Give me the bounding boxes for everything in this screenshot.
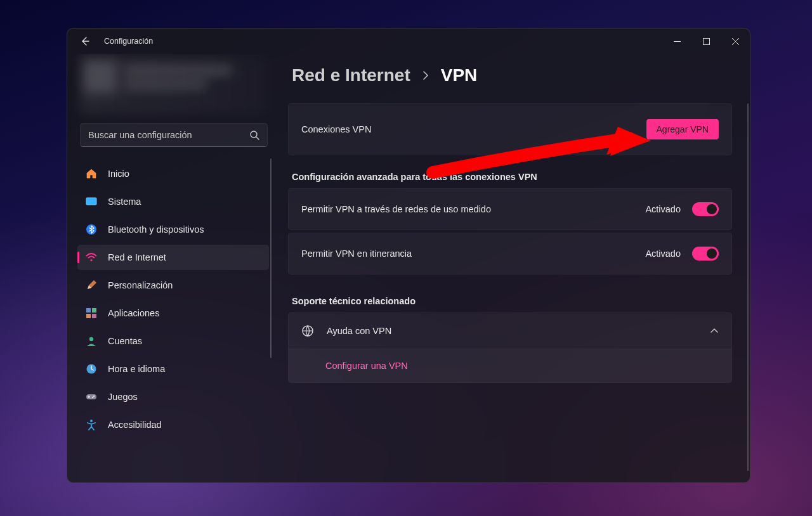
sidebar-item-label: Hora e idioma — [108, 364, 165, 374]
minimize-button[interactable] — [662, 29, 691, 54]
window-title: Configuración — [104, 37, 153, 46]
back-button[interactable] — [77, 34, 93, 49]
advanced-heading: Configuración avanzada para todas las co… — [292, 172, 732, 182]
vpn-metered-state: Activado — [645, 204, 681, 214]
svg-point-15 — [90, 420, 93, 422]
sidebar-item-juegos[interactable]: Juegos — [77, 384, 269, 410]
support-card: Ayuda con VPN Configurar una VPN — [288, 313, 732, 383]
support-help-row[interactable]: Ayuda con VPN — [289, 313, 731, 349]
sidebar-item-bluetooth[interactable]: Bluetooth y dispositivos — [77, 217, 269, 242]
support-heading: Soporte técnico relacionado — [292, 296, 732, 306]
vpn-roaming-row[interactable]: Permitir VPN en itinerancia Activado — [288, 233, 732, 274]
apps-icon — [85, 307, 98, 319]
sidebar-item-accesibilidad[interactable]: Accesibilidad — [77, 412, 269, 437]
support-link-configure[interactable]: Configurar una VPN — [289, 349, 731, 382]
svg-point-5 — [90, 259, 92, 261]
system-icon — [85, 195, 98, 208]
search-icon — [249, 130, 259, 140]
vpn-connections-label: Conexiones VPN — [301, 124, 646, 134]
svg-point-14 — [92, 397, 93, 398]
sidebar-item-label: Cuentas — [108, 336, 142, 346]
gaming-icon — [85, 390, 98, 403]
sidebar-item-cuentas[interactable]: Cuentas — [77, 328, 269, 354]
globe-help-icon — [301, 325, 315, 337]
sidebar-item-red[interactable]: Red e Internet — [77, 245, 269, 270]
breadcrumb-parent[interactable]: Red e Internet — [292, 65, 410, 86]
breadcrumb: Red e Internet VPN — [292, 65, 732, 86]
sidebar-item-label: Personalización — [108, 280, 173, 290]
vpn-metered-row[interactable]: Permitir VPN a través de redes de uso me… — [288, 188, 732, 230]
wifi-icon — [85, 251, 98, 264]
svg-rect-2 — [86, 198, 96, 205]
user-profile[interactable] — [80, 54, 268, 114]
maximize-button[interactable] — [691, 29, 721, 54]
vpn-roaming-toggle[interactable] — [692, 247, 719, 261]
vpn-roaming-state: Activado — [645, 248, 681, 259]
settings-window: Configuración Buscar una configuración — [67, 28, 750, 483]
svg-point-1 — [251, 131, 257, 138]
breadcrumb-current: VPN — [441, 65, 478, 86]
vpn-metered-label: Permitir VPN a través de redes de uso me… — [301, 204, 645, 214]
time-icon — [85, 363, 98, 375]
chevron-up-icon — [710, 326, 719, 335]
svg-point-10 — [89, 337, 93, 341]
bluetooth-icon — [85, 223, 98, 236]
sidebar-item-inicio[interactable]: Inicio — [77, 161, 269, 186]
sidebar-item-label: Accesibilidad — [108, 420, 162, 430]
sidebar-item-label: Inicio — [108, 169, 129, 179]
sidebar-item-hora[interactable]: Hora e idioma — [77, 356, 269, 382]
sidebar-item-label: Aplicaciones — [108, 308, 159, 318]
sidebar-item-aplicaciones[interactable]: Aplicaciones — [77, 300, 269, 326]
search-placeholder: Buscar una configuración — [88, 130, 249, 140]
content-area: Red e Internet VPN Conexiones VPN Agrega… — [277, 54, 750, 482]
vpn-metered-toggle[interactable] — [692, 202, 719, 216]
support-help-label: Ayuda con VPN — [327, 326, 710, 336]
sidebar-item-label: Red e Internet — [108, 252, 166, 262]
svg-rect-7 — [92, 308, 96, 313]
nav-list: Inicio Sistema Bluetooth y dispositivos — [77, 158, 269, 440]
sidebar-item-sistema[interactable]: Sistema — [77, 189, 269, 214]
svg-rect-6 — [86, 308, 91, 313]
add-vpn-button[interactable]: Agregar VPN — [646, 119, 719, 139]
vpn-connections-card: Conexiones VPN Agregar VPN — [288, 103, 732, 155]
sidebar-item-personalizacion[interactable]: Personalización — [77, 273, 269, 298]
vpn-roaming-label: Permitir VPN en itinerancia — [301, 248, 645, 259]
sidebar-item-label: Sistema — [108, 197, 141, 207]
sidebar: Buscar una configuración Inicio Sistema — [67, 54, 277, 482]
svg-rect-8 — [86, 314, 91, 318]
home-icon — [85, 167, 98, 180]
svg-point-13 — [93, 396, 95, 397]
svg-rect-9 — [92, 314, 96, 318]
sidebar-item-label: Juegos — [108, 392, 138, 402]
accounts-icon — [85, 335, 98, 347]
titlebar: Configuración — [67, 29, 750, 54]
chevron-right-icon — [422, 70, 429, 81]
sidebar-item-label: Bluetooth y dispositivos — [108, 224, 204, 235]
search-input[interactable]: Buscar una configuración — [80, 123, 268, 147]
close-button[interactable] — [721, 29, 750, 54]
svg-rect-0 — [703, 38, 709, 44]
personalization-icon — [85, 279, 98, 292]
accessibility-icon — [85, 418, 98, 431]
